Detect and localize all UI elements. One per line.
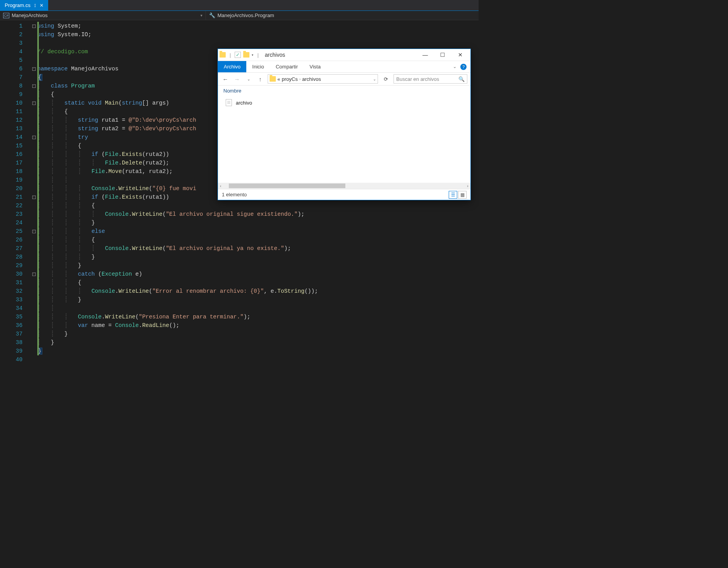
search-icon: 🔍 (458, 76, 465, 82)
code-line[interactable] (37, 39, 479, 47)
nav-history-dropdown[interactable]: ⌄ (244, 77, 253, 81)
pin-icon[interactable]: ⟟ (34, 3, 36, 8)
nav-up-button[interactable]: ↑ (256, 76, 265, 82)
fold-marker (30, 304, 37, 313)
fold-marker (30, 210, 37, 218)
scrollbar-thumb[interactable] (229, 184, 345, 188)
line-number: 29 (0, 261, 23, 270)
code-line[interactable] (37, 355, 479, 364)
line-number: 35 (0, 313, 23, 321)
qat-properties-icon[interactable]: ✓ (235, 52, 241, 58)
code-line[interactable]: ┊ ┊ ┊ } (37, 261, 479, 270)
line-number-gutter: 1234567891011121314151617181920212223242… (0, 22, 30, 364)
ribbon-tab-view[interactable]: Vista (304, 61, 327, 72)
code-line[interactable]: ┊ ┊ (37, 304, 479, 313)
breadcrumb-segment[interactable]: archivos (302, 76, 321, 82)
fold-marker (30, 201, 37, 210)
code-line[interactable]: using System; (37, 22, 479, 30)
fold-marker (30, 56, 37, 65)
line-number: 37 (0, 330, 23, 338)
view-details-button[interactable]: ☰ (449, 191, 457, 199)
member-dropdown[interactable]: 🔧 ManejoArchivos.Program (206, 11, 479, 20)
folder-icon (270, 76, 276, 82)
status-item-count: 1 elemento (222, 192, 247, 197)
line-number: 1 (0, 22, 23, 30)
project-dropdown[interactable]: C# ManejoArchivos ▾ (0, 11, 206, 20)
file-item[interactable]: archivo (223, 98, 465, 108)
code-line[interactable]: ┊ ┊ ┊ ┊ } (37, 253, 479, 261)
explorer-ribbon-tabs: Archivo Inicio Compartir Vista ⌄ ? (218, 61, 470, 72)
maximize-button[interactable]: ☐ (434, 49, 451, 61)
code-line[interactable]: ┊ ┊ ┊ { (37, 278, 479, 287)
line-number: 23 (0, 210, 23, 218)
code-line[interactable]: ┊ ┊ ┊ ┊ else (37, 227, 479, 236)
line-number: 28 (0, 253, 23, 261)
line-number: 38 (0, 338, 23, 347)
file-list[interactable]: archivo (218, 96, 470, 183)
column-header-name[interactable]: Nombre (218, 86, 470, 96)
breadcrumb-segment[interactable]: proyCs › (282, 76, 301, 82)
fold-marker (30, 295, 37, 304)
scroll-right-icon[interactable]: › (465, 184, 470, 188)
code-line[interactable]: ┊ ┊ } (37, 330, 479, 338)
view-icons-button[interactable]: ▦ (458, 191, 467, 199)
code-line[interactable]: ┊ ┊ ┊ ┊ ┊ Console.WriteLine("El archivo … (37, 210, 479, 218)
change-indicator (37, 22, 39, 355)
fold-marker (30, 347, 37, 355)
ribbon-tab-share[interactable]: Compartir (270, 61, 304, 72)
tab-program-cs[interactable]: Program.cs ⟟ ✕ (0, 0, 48, 10)
ribbon-expand-icon[interactable]: ⌄ (453, 64, 456, 69)
line-number: 14 (0, 133, 23, 142)
search-input[interactable]: Buscar en archivos 🔍 (394, 74, 467, 84)
address-bar[interactable]: « proyCs › archivos ⌄ (268, 74, 378, 84)
code-line[interactable]: ┊ ┊ ┊ ┊ Console.WriteLine("Error al reno… (37, 287, 479, 295)
fold-marker[interactable]: - (30, 193, 37, 201)
fold-marker (30, 73, 37, 82)
code-line[interactable]: ┊ ┊ ┊ ┊ { (37, 236, 479, 244)
nav-forward-button[interactable]: → (233, 76, 241, 82)
code-line[interactable]: } (37, 347, 479, 355)
ribbon-tab-home[interactable]: Inicio (246, 61, 270, 72)
fold-marker[interactable]: - (30, 227, 37, 236)
explorer-titlebar[interactable]: | ✓ ▾ | archivos — ☐ ✕ (218, 49, 470, 61)
close-button[interactable]: ✕ (451, 49, 469, 61)
line-number: 34 (0, 304, 23, 313)
code-line[interactable]: using System.IO; (37, 30, 479, 39)
code-line[interactable]: ┊ ┊ ┊ } (37, 295, 479, 304)
breadcrumb-ellipsis[interactable]: « (277, 76, 280, 82)
qat-dropdown-icon[interactable]: ▾ (252, 53, 253, 57)
line-number: 22 (0, 201, 23, 210)
code-line[interactable]: ┊ ┊ ┊ ┊ { (37, 201, 479, 210)
line-number: 13 (0, 124, 23, 133)
project-name: ManejoArchivos (12, 12, 48, 18)
code-line[interactable]: ┊ ┊ ┊ Console.WriteLine("Presiona Enter … (37, 313, 479, 321)
file-explorer-window[interactable]: | ✓ ▾ | archivos — ☐ ✕ Archivo Inicio Co… (218, 49, 471, 200)
fold-marker[interactable]: - (30, 270, 37, 278)
ribbon-tab-file[interactable]: Archivo (218, 61, 246, 72)
horizontal-scrollbar[interactable]: ‹ › (218, 183, 470, 189)
fold-marker (30, 184, 37, 193)
fold-marker (30, 159, 37, 167)
code-line[interactable]: ┊ ┊ ┊ ┊ } (37, 218, 479, 227)
line-number: 39 (0, 347, 23, 355)
code-line[interactable]: ┊ ┊ ┊ catch (Exception e) (37, 270, 479, 278)
fold-marker[interactable]: - (30, 99, 37, 107)
fold-marker (30, 244, 37, 253)
csharp-icon: C# (3, 13, 9, 18)
nav-back-button[interactable]: ← (221, 76, 230, 82)
code-line[interactable]: ┊ ┊ ┊ ┊ ┊ Console.WriteLine("El archivo … (37, 244, 479, 253)
close-tab-icon[interactable]: ✕ (40, 3, 44, 8)
code-line[interactable]: ┊ ┊ ┊ var name = Console.ReadLine(); (37, 321, 479, 330)
scroll-left-icon[interactable]: ‹ (218, 184, 223, 188)
fold-marker[interactable]: - (30, 65, 37, 73)
fold-marker[interactable]: - (30, 133, 37, 142)
address-dropdown-icon[interactable]: ⌄ (373, 77, 376, 81)
code-line[interactable]: ┊ } (37, 338, 479, 347)
fold-marker[interactable]: - (30, 22, 37, 30)
line-number: 12 (0, 116, 23, 124)
line-number: 11 (0, 107, 23, 116)
refresh-button[interactable]: ⟳ (381, 76, 390, 82)
minimize-button[interactable]: — (416, 49, 434, 61)
fold-column[interactable]: -------- (30, 22, 37, 364)
fold-marker[interactable]: - (30, 82, 37, 90)
